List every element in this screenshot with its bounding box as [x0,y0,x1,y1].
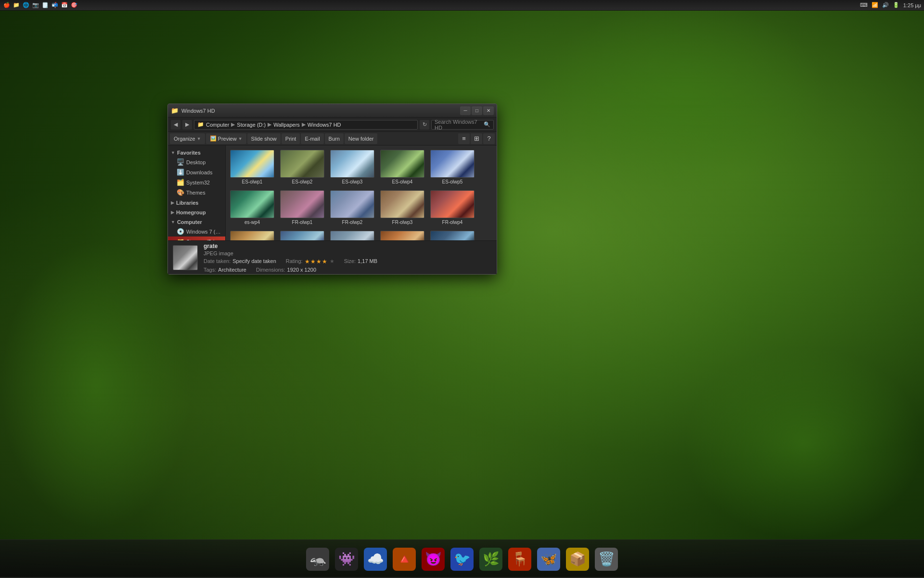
thumb-image-FR-olwp3 [380,190,424,218]
c-drive-icon: 💿 [177,228,184,235]
slideshow-label: Slide show [251,136,277,142]
status-bar: grate JPEG image Date taken: Specify dat… [168,240,497,274]
email-button[interactable]: E-mail [301,133,323,144]
print-label: Print [285,136,296,142]
downloads-icon: ⬇️ [177,169,184,176]
file-thumb-FR-olwp2[interactable]: FR-olwp2 [329,189,376,226]
browser-icon[interactable]: 🌐 [22,1,30,9]
print-button[interactable]: Print [282,133,300,144]
file-thumb-fr-wp2[interactable]: fr-wp2 [379,229,426,240]
thumb-label-ES-olwp2: ES-olwp2 [280,179,324,184]
date-value: Specify date taken [232,258,276,265]
forward-button[interactable]: ▶ [182,120,192,130]
file-thumb-fr-wp3[interactable]: fr-wp3 [429,229,476,240]
dock-item-butterfly[interactable]: 🦋 [536,547,561,572]
dock-item-devil[interactable]: 😈 [421,547,446,572]
camera-icon[interactable]: 📷 [32,1,39,9]
thumb-image-FR-olwp1 [280,190,324,218]
new-folder-button[interactable]: New folder [345,133,378,144]
wifi-icon: 📶 [872,2,878,8]
calendar-icon[interactable]: 📅 [61,1,68,9]
badger-icon: 🦡 [306,548,329,571]
file-thumb-ES-olwp5[interactable]: ES-olwp5 [429,148,476,186]
back-button[interactable]: ◀ [171,120,180,130]
preview-button[interactable]: 🖼️ Preview ▼ [206,133,246,144]
thumb-label-FR-olwp1: FR-olwp1 [280,220,324,225]
keyboard-icon: ⌨ [860,2,868,8]
apple-icon[interactable]: 🍎 [3,1,11,9]
libraries-header[interactable]: ▶ Libraries [168,198,225,207]
file-thumb-ES-olwp2[interactable]: ES-olwp2 [279,148,326,186]
thumb-image-FR-olwp5 [230,231,274,240]
dock-item-trash[interactable]: 🗑️ [594,547,619,572]
mail-icon[interactable]: 📬 [51,1,59,9]
file-thumb-FR-olwp6[interactable]: FR-olwp6 [279,229,326,240]
list-view-button[interactable]: ≡ [458,133,470,144]
content-area: ▼ Favorites 🖥️ Desktop ⬇️ Downloads 🗂️ S… [168,145,497,240]
burn-button[interactable]: Burn [325,133,344,144]
help-button[interactable]: ? [483,133,495,144]
c-drive-label: Windows 7 (C:) [186,229,222,235]
dock-item-turtle[interactable]: 🌿 [478,547,503,572]
file-thumb-fr-wp1[interactable]: fr-wp1 [329,229,376,240]
computer-header[interactable]: ▼ Computer [168,218,225,226]
status-rating[interactable]: Rating: ★★★★★ [286,258,334,265]
taskbar-left: 🍎 📁 🌐 📷 🗒️ 📬 📅 🎯 [3,1,78,9]
maximize-button[interactable]: □ [472,106,482,115]
dock-item-chair[interactable]: 🪑 [507,547,532,572]
close-button[interactable]: ✕ [483,106,494,115]
refresh-button[interactable]: ↻ [420,120,429,130]
taskbar-right: ⌨ 📶 🔊 🔋 1:25 μμ [860,2,921,8]
dock-item-bird[interactable]: 🐦 [449,547,475,572]
path-current: Windows7 HD [308,122,341,128]
sidebar-item-themes[interactable]: 🎨 Themes [168,187,225,197]
butterfly-icon: 🦋 [537,548,560,571]
app7-icon[interactable]: 🎯 [70,1,78,9]
sidebar-item-windows-c[interactable]: 💿 Windows 7 (C:) [168,226,225,236]
file-thumb-FR-olwp5[interactable]: FR-olwp5 [229,229,276,240]
file-thumb-ES-olwp1[interactable]: ES-olwp1 [229,148,276,186]
arrow-icon: 🔺 [393,548,416,571]
status-tags: Tags: Architecture [204,267,246,273]
file-thumb-ES-olwp3[interactable]: ES-olwp3 [329,148,376,186]
thumb-label-es-wp4: es-wp4 [230,220,274,225]
sidebar-section-computer: ▼ Computer 💿 Windows 7 (C:) 📁 Storage (D… [168,218,225,240]
file-thumb-FR-olwp3[interactable]: FR-olwp3 [379,189,426,226]
file-thumb-es-wp4[interactable]: es-wp4 [229,189,276,226]
grid-view-button[interactable]: ⊞ [471,133,482,144]
search-placeholder: Search Windows7 HD [435,119,482,131]
sidebar-item-desktop[interactable]: 🖥️ Desktop [168,157,225,167]
favorites-header[interactable]: ▼ Favorites [168,148,225,157]
file-thumb-FR-olwp1[interactable]: FR-olwp1 [279,189,326,226]
finder-icon[interactable]: 📁 [13,1,20,9]
dock-item-package[interactable]: 📦 [565,547,590,572]
sidebar-item-downloads[interactable]: ⬇️ Downloads [168,167,225,177]
sidebar-item-system32[interactable]: 🗂️ System32 [168,177,225,187]
trash-icon: 🗑️ [595,548,618,571]
thumb-label-ES-olwp3: ES-olwp3 [330,179,374,184]
file-thumb-ES-olwp4[interactable]: ES-olwp4 [379,148,426,186]
window-icon: 📁 [171,107,179,114]
dimensions-label: Dimensions: [256,267,285,273]
file-thumb-FR-olwp4[interactable]: FR-olwp4 [429,189,476,226]
slideshow-button[interactable]: Slide show [247,133,281,144]
homegroup-arrow-icon: ▶ [171,210,174,215]
sidebar-item-storage-d[interactable]: 📁 Storage (D:) [168,236,225,240]
minimize-button[interactable]: ─ [460,106,471,115]
thumb-image-ES-olwp4 [380,150,424,178]
notes-icon[interactable]: 🗒️ [41,1,49,9]
themes-label: Themes [186,190,205,196]
dock-item-badger[interactable]: 🦡 [305,547,330,572]
address-path[interactable]: 📁 Computer ▶ Storage (D:) ▶ Wallpapers ▶… [194,120,418,130]
file-grid: ES-olwp1ES-olwp2ES-olwp3ES-olwp4ES-olwp5… [226,145,497,240]
dock-item-cloud[interactable]: ☁️ [363,547,388,572]
homegroup-header[interactable]: ▶ Homegroup [168,208,225,217]
tags-label: Tags: [204,267,216,273]
thumb-image-fr-wp3 [430,231,475,240]
dock-item-monster[interactable]: 👾 [334,547,359,572]
system32-label: System32 [186,180,210,185]
dock-item-arrow[interactable]: 🔺 [392,547,417,572]
search-box[interactable]: Search Windows7 HD 🔍 [431,120,494,130]
organize-button[interactable]: Organize ▼ [170,133,205,144]
stars: ★★★★ [305,258,328,265]
